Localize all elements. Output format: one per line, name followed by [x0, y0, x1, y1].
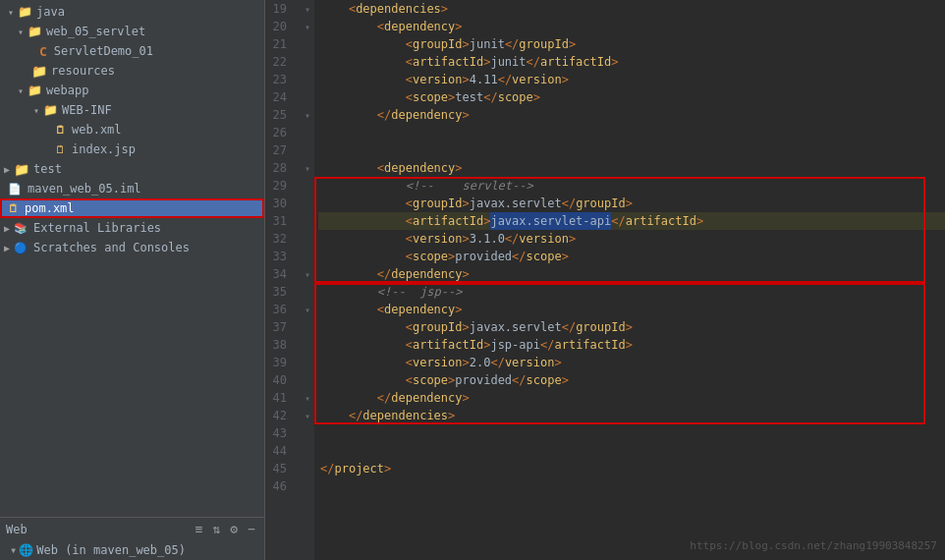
xml-bracket: <: [406, 336, 413, 354]
tree-item-extlibs[interactable]: ▶ 📚 External Libraries: [0, 218, 264, 238]
xml-bracket: >: [562, 248, 569, 265]
tree-item-web05servlet[interactable]: ▾ 📁 web_05_servlet: [0, 22, 264, 41]
xml-bracket: </: [377, 389, 391, 407]
xml-text: [320, 354, 406, 371]
xml-bracket: <: [349, 0, 356, 18]
code-line: <dependency>: [318, 159, 945, 177]
xml-bracket: </: [562, 318, 576, 336]
tree-item-test[interactable]: ▶ 📁 test: [0, 159, 264, 179]
gutter-item[interactable]: ▾: [301, 106, 314, 124]
gutter-item[interactable]: ▾: [301, 389, 314, 407]
gutter-item[interactable]: ▾: [301, 265, 314, 283]
line-number: 21: [265, 35, 293, 53]
folder-open-icon: 📁: [28, 84, 42, 97]
editor: 1920212223242526272829303132333435363738…: [265, 0, 945, 560]
xml-bracket: </: [483, 88, 497, 106]
code-line: [318, 124, 945, 141]
xml-bracket: >: [448, 88, 455, 106]
line-number: 37: [265, 318, 293, 336]
line-number: 34: [265, 265, 293, 283]
code-line: <scope>provided</scope>: [318, 248, 945, 265]
xml-text: [320, 18, 377, 35]
code-line: <groupId>javax.servlet</groupId>: [318, 195, 945, 212]
line-number: 42: [265, 407, 293, 424]
tree-item-resources[interactable]: 📁 resources: [0, 61, 264, 81]
xml-tag: artifactId: [413, 336, 483, 354]
gutter-item[interactable]: ▾: [301, 301, 314, 318]
xml-bracket: >: [448, 371, 455, 389]
tree-item-webxml[interactable]: 🗒 web.xml: [0, 120, 264, 140]
xml-text: [320, 195, 406, 212]
xml-bracket: >: [533, 88, 540, 106]
chevron-right-icon: ▶: [4, 223, 10, 234]
xml-bracket: </: [377, 265, 391, 283]
xml-tag: dependency: [391, 265, 462, 283]
folder-icon: 📁: [31, 64, 47, 79]
web-toolbar: Web ≡ ⇅ ⚙ −: [0, 517, 264, 540]
xml-bracket: </: [377, 106, 391, 124]
xml-bracket: >: [455, 301, 462, 318]
xml-bracket: </: [349, 407, 362, 424]
web-toolbar-icons: ≡ ⇅ ⚙ −: [193, 521, 258, 537]
line-number: 26: [265, 124, 293, 141]
xml-bracket: >: [384, 460, 391, 477]
line-number: 25: [265, 106, 293, 124]
xml-tag: version: [505, 354, 555, 371]
code-line: </project>: [318, 460, 945, 477]
xml-tag: version: [413, 230, 463, 248]
line-number: 45: [265, 460, 293, 477]
line-number: 33: [265, 248, 293, 265]
xml-icon: 🗒: [8, 202, 19, 215]
xml-text: 3.1.0: [470, 230, 505, 248]
xml-bracket: >: [463, 195, 470, 212]
tree-item-scratches[interactable]: ▶ 🔵 Scratches and Consoles: [0, 238, 264, 257]
xml-tag: scope: [413, 371, 448, 389]
gutter-item[interactable]: ▾: [301, 18, 314, 35]
close-icon[interactable]: −: [245, 521, 258, 537]
settings-icon[interactable]: ⚙: [227, 521, 241, 537]
xml-comment: <!-- jsp-->: [320, 283, 463, 301]
xml-bracket: >: [626, 195, 633, 212]
xml-bracket: <: [377, 159, 384, 177]
xml-bracket: <: [406, 195, 413, 212]
tree-item-maveniml[interactable]: 📄 maven_web_05.iml: [0, 179, 264, 198]
gutter-item[interactable]: ▾: [301, 407, 314, 424]
tree-item-webapp[interactable]: ▾ 📁 webapp: [0, 81, 264, 100]
xml-bracket: >: [455, 18, 462, 35]
xml-bracket: <: [406, 354, 413, 371]
xml-tag: dependency: [384, 159, 455, 177]
xml-text: [320, 389, 377, 407]
tree-item-pomxml[interactable]: 🗒 pom.xml: [0, 198, 264, 218]
xml-bracket: </: [512, 248, 526, 265]
xml-text: [320, 159, 377, 177]
structure-icon[interactable]: ⇅: [210, 521, 224, 537]
list-view-icon[interactable]: ≡: [193, 521, 206, 537]
code-area[interactable]: <dependencies> <dependency> <groupId>jun…: [314, 0, 945, 560]
xml-tag: dependencies: [362, 407, 448, 424]
gutter-item[interactable]: ▾: [301, 159, 314, 177]
xml-comment: <!-- servlet-->: [320, 177, 533, 195]
line-number: 29: [265, 177, 293, 195]
gutter-item: [301, 177, 314, 195]
jsp-icon: 🗒: [55, 143, 66, 156]
tree-item-indexjsp[interactable]: 🗒 index.jsp: [0, 140, 264, 159]
xml-bracket: >: [626, 336, 633, 354]
xml-bracket: <: [406, 212, 413, 230]
xml-bracket: </: [320, 460, 334, 477]
xml-bracket: </: [527, 53, 540, 71]
xml-text: [320, 248, 406, 265]
folder-open-icon: 📁: [28, 25, 42, 38]
tree-item-web-maven[interactable]: ▾ 🌐 Web (in maven_web_05): [0, 540, 264, 560]
gutter-item: [301, 371, 314, 389]
tree-item-webinf[interactable]: ▾ 📁 WEB-INF: [0, 100, 264, 120]
code-line: </dependencies>: [318, 407, 945, 424]
code-line: <artifactId>jsp-api</artifactId>: [318, 336, 945, 354]
editor-wrapper: <dependencies> <dependency> <groupId>jun…: [314, 0, 945, 560]
gutter-item: [301, 442, 314, 460]
gutter-item[interactable]: ▾: [301, 0, 314, 18]
line-number: 38: [265, 336, 293, 354]
tree-item-java[interactable]: ▾ 📁 java: [0, 2, 264, 22]
gutter-item: [301, 248, 314, 265]
xml-text: [320, 265, 377, 283]
tree-item-servletdemo[interactable]: C ServletDemo_01: [0, 41, 264, 61]
